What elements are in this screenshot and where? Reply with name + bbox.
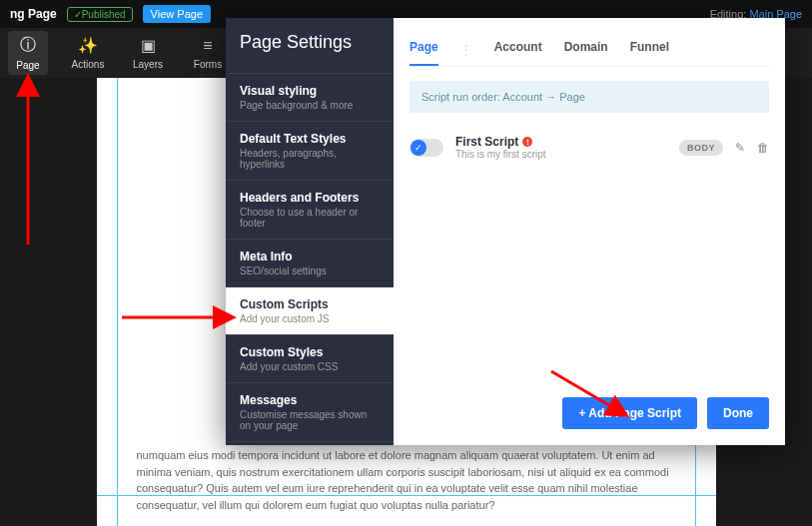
tab-divider: ⋮ (460, 43, 472, 57)
modal-main: Page ⋮ Account Domain Funnel Script run … (394, 18, 785, 445)
error-icon: ! (522, 137, 532, 147)
sidebar-item-custom-scripts[interactable]: Custom Scripts Add your custom JS (226, 286, 394, 334)
page-settings-modal: Page Settings Visual styling Page backgr… (226, 18, 785, 445)
forms-icon: ≡ (203, 37, 212, 55)
tool-actions[interactable]: ✨ Actions (68, 36, 108, 70)
sidebar-item-text-styles[interactable]: Default Text Styles Headers, paragraphs,… (226, 121, 394, 180)
info-bar: Script run order: Account → Page (409, 81, 769, 113)
modal-sidebar: Page Settings Visual styling Page backgr… (226, 18, 394, 445)
script-row: ✓ First Script ! This is my first script… (409, 131, 769, 164)
sidebar-item-custom-styles[interactable]: Custom Styles Add your custom CSS (226, 334, 394, 382)
tool-forms[interactable]: ≡ Forms (188, 37, 228, 70)
script-name: First Script ! (455, 135, 546, 149)
tabs: Page ⋮ Account Domain Funnel (409, 34, 769, 67)
wand-icon: ✨ (78, 36, 98, 55)
layers-icon: ▣ (141, 36, 156, 55)
tool-layers[interactable]: ▣ Layers (128, 36, 168, 70)
tab-account[interactable]: Account (494, 34, 542, 66)
placeholder-text: numquam eius modi tempora incidunt ut la… (137, 447, 676, 513)
tool-page[interactable]: ⓘ Page (8, 31, 48, 75)
check-icon: ✓ (410, 140, 426, 156)
done-button[interactable]: Done (707, 397, 769, 429)
sidebar-item-meta-info[interactable]: Meta Info SEO/social settings (226, 239, 394, 286)
sidebar-item-messages[interactable]: Messages Customise messages shown on you… (226, 382, 394, 442)
info-icon: ⓘ (20, 35, 36, 56)
placement-badge: BODY (679, 140, 723, 156)
tab-domain[interactable]: Domain (564, 34, 608, 66)
status-badge: Published (67, 7, 133, 22)
add-page-script-button[interactable]: + Add Page Script (562, 397, 697, 429)
tab-funnel[interactable]: Funnel (630, 34, 669, 66)
script-description: This is my first script (455, 149, 546, 160)
edit-icon[interactable]: ✎ (735, 141, 745, 155)
sidebar-item-headers-footers[interactable]: Headers and Footers Choose to use a head… (226, 180, 394, 239)
script-toggle[interactable]: ✓ (409, 139, 443, 157)
modal-title: Page Settings (226, 18, 394, 73)
page-title: ng Page (10, 7, 57, 21)
view-page-button[interactable]: View Page (143, 5, 211, 23)
guide-left (117, 78, 118, 526)
tab-page[interactable]: Page (409, 34, 438, 66)
delete-icon[interactable]: 🗑 (757, 141, 769, 155)
sidebar-item-visual-styling[interactable]: Visual styling Page background & more (226, 73, 394, 121)
